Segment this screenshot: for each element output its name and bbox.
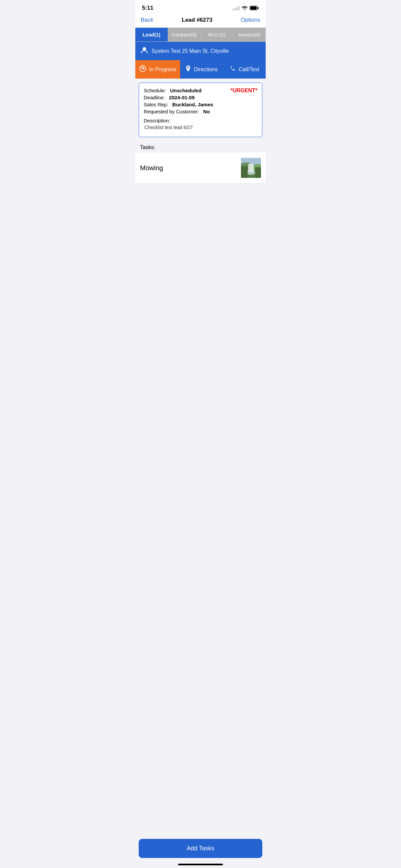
options-button[interactable]: Options	[241, 17, 260, 23]
signal-icon	[232, 6, 240, 10]
call-text-button[interactable]: Call/Text	[223, 60, 266, 79]
address-banner[interactable]: System Test 25 Main St, Cityville	[135, 42, 266, 60]
task-name: Mowing	[140, 164, 163, 172]
svg-rect-1	[250, 6, 257, 10]
deadline-label: Deadline:	[144, 95, 165, 100]
directions-label: Directions	[194, 66, 218, 72]
address-text: System Test 25 Main St, Cityville	[152, 48, 229, 54]
schedule-value: Unscheduled	[170, 88, 201, 93]
person-icon	[141, 46, 148, 56]
tabs: Lead(1) Contract(0) W.O.(2) Invoice(0)	[135, 28, 266, 42]
svg-rect-12	[241, 166, 247, 178]
call-text-label: Call/Text	[239, 66, 259, 72]
tab-lead[interactable]: Lead(1)	[135, 28, 168, 42]
tab-wo[interactable]: W.O.(2)	[201, 28, 234, 42]
tab-contract[interactable]: Contract(0)	[168, 28, 201, 42]
schedule-row: Schedule: Unscheduled	[144, 88, 231, 93]
description-text: Checklist test lead 6/27	[144, 125, 257, 130]
tasks-label: Tasks:	[135, 141, 266, 152]
svg-point-11	[246, 170, 256, 175]
wifi-icon	[242, 6, 247, 10]
directions-button[interactable]: Directions	[180, 60, 223, 79]
svg-rect-2	[258, 7, 259, 9]
requested-value: No	[203, 108, 210, 114]
nav-bar: Back Lead #6273 Options	[135, 14, 266, 28]
sales-rep-label: Sales Rep:	[144, 102, 168, 107]
status-bar: 5:11	[135, 0, 266, 14]
task-item[interactable]: Mowing	[135, 152, 266, 184]
battery-icon	[249, 6, 259, 10]
in-progress-label: In Progress	[149, 66, 176, 72]
directions-icon	[185, 65, 191, 74]
tab-invoice[interactable]: Invoice(0)	[233, 28, 266, 42]
svg-point-5	[188, 67, 189, 68]
task-thumbnail	[241, 158, 261, 178]
sales-rep-value: Buckland, James	[172, 102, 213, 107]
urgent-badge: *URGENT*	[231, 88, 257, 94]
status-time: 5:11	[142, 5, 154, 11]
svg-rect-13	[255, 167, 261, 178]
in-progress-icon	[139, 65, 146, 74]
schedule-label: Schedule:	[144, 88, 166, 93]
phone-icon	[229, 65, 236, 73]
requested-label: Requested by Customer:	[144, 108, 199, 114]
empty-content-area	[135, 184, 266, 351]
description-label: Description:	[144, 118, 257, 123]
back-button[interactable]: Back	[141, 17, 154, 23]
action-buttons: In Progress Directions Call/Text	[135, 60, 266, 79]
page-title: Lead #6273	[182, 17, 212, 23]
sales-rep-row: Sales Rep: Buckland, James	[144, 102, 231, 107]
deadline-row: Deadline: 2024-01-09	[144, 95, 231, 100]
requested-row: Requested by Customer: No	[144, 108, 231, 114]
svg-point-3	[143, 47, 146, 51]
deadline-value: 2024-01-09	[169, 95, 195, 100]
status-icons	[232, 6, 259, 10]
info-card: Schedule: Unscheduled Deadline: 2024-01-…	[139, 83, 262, 137]
in-progress-button[interactable]: In Progress	[135, 60, 180, 79]
